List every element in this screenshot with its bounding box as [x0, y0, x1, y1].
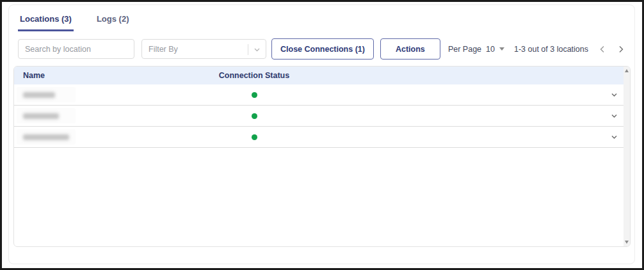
- per-page-label: Per Page: [448, 45, 481, 54]
- filter-divider: [248, 44, 248, 55]
- redacted-text-blur: [23, 113, 59, 119]
- table-row[interactable]: [14, 84, 630, 106]
- table-row[interactable]: [14, 106, 630, 127]
- tab-bar: Locations (3) Logs (2): [18, 14, 634, 31]
- vertical-scrollbar[interactable]: [624, 67, 630, 246]
- tab-logs[interactable]: Logs (2): [95, 14, 131, 31]
- triangle-up-icon[interactable]: [625, 69, 629, 72]
- location-name-redacted: [17, 87, 76, 102]
- actions-button[interactable]: Actions: [380, 38, 440, 60]
- status-dot-connected: [252, 113, 257, 119]
- triangle-down-icon[interactable]: [625, 241, 629, 244]
- caret-down-icon[interactable]: [499, 47, 504, 51]
- column-header-connection-status: Connection Status: [197, 71, 312, 80]
- connection-status-cell: [197, 134, 312, 140]
- per-page-value[interactable]: 10: [486, 45, 495, 54]
- table-header-row: Name Connection Status: [14, 67, 630, 84]
- chevron-right-icon[interactable]: [616, 45, 625, 54]
- status-dot-connected: [252, 134, 257, 140]
- filter-by-select[interactable]: Filter By: [141, 39, 266, 59]
- location-name-redacted: [17, 129, 76, 145]
- filter-by-placeholder: Filter By: [149, 45, 178, 54]
- chevron-left-icon[interactable]: [598, 45, 607, 54]
- toolbar: Filter By Close Connections (1) Actions …: [18, 38, 625, 60]
- close-connections-button[interactable]: Close Connections (1): [271, 38, 374, 60]
- table-body: [14, 84, 630, 148]
- column-header-name: Name: [14, 71, 197, 80]
- chevron-down-icon[interactable]: [610, 112, 618, 120]
- redacted-text-blur: [23, 92, 55, 98]
- pagination-range-text: 1-3 out of 3 locations: [514, 45, 588, 54]
- search-input[interactable]: [18, 39, 134, 59]
- connection-status-cell: [197, 92, 312, 98]
- redacted-text-blur: [23, 134, 69, 140]
- table-row[interactable]: [14, 127, 630, 148]
- chevron-down-icon[interactable]: [610, 133, 618, 141]
- per-page-control: Per Page 10: [448, 45, 504, 54]
- tab-locations[interactable]: Locations (3): [18, 14, 74, 31]
- chevron-down-icon: [254, 46, 261, 55]
- connection-status-cell: [197, 113, 312, 119]
- status-dot-connected: [252, 92, 257, 98]
- location-name-redacted: [17, 108, 76, 123]
- chevron-down-icon[interactable]: [610, 91, 618, 99]
- locations-panel: Locations (3) Logs (2) Filter By Close C…: [8, 4, 635, 264]
- locations-table: Name Connection Status: [13, 66, 631, 247]
